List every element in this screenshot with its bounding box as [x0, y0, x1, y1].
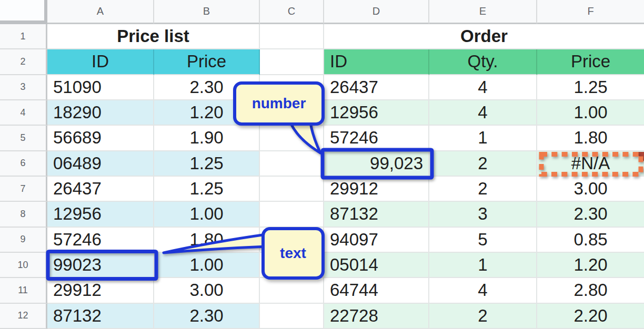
cell-E5[interactable]: 1: [429, 126, 537, 151]
cell-A8[interactable]: 12956: [47, 202, 154, 227]
cell-C5[interactable]: [260, 126, 324, 151]
select-all-corner[interactable]: [0, 0, 47, 24]
cell-D7[interactable]: 29912: [324, 177, 429, 202]
cell-F11[interactable]: 2.80: [537, 278, 644, 303]
cell-B10[interactable]: 1.00: [154, 253, 260, 278]
cell-D4[interactable]: 12956: [324, 100, 429, 126]
cell-E6[interactable]: 2: [429, 151, 537, 177]
cell-F10[interactable]: 1.20: [537, 253, 644, 278]
cell-A5[interactable]: 56689: [47, 126, 154, 151]
row-header-6[interactable]: 6: [0, 151, 47, 177]
spreadsheet-grid: ABCDEF1Price listOrder2IDPriceIDQty.Pric…: [0, 0, 644, 329]
cell-D10[interactable]: 05014: [324, 253, 429, 278]
cell-F2[interactable]: Price: [537, 49, 644, 75]
spreadsheet-app: ABCDEF1Price listOrder2IDPriceIDQty.Pric…: [0, 0, 644, 329]
row-header-4[interactable]: 4: [0, 100, 47, 126]
cell-E4[interactable]: 4: [429, 100, 537, 126]
cell-F12[interactable]: 2.20: [537, 304, 644, 329]
cell-C6[interactable]: [260, 151, 324, 177]
cell-C8[interactable]: [260, 202, 324, 227]
cell-B7[interactable]: 1.25: [154, 177, 260, 202]
cell-D6[interactable]: 99,023: [324, 151, 429, 177]
cell-E11[interactable]: 4: [429, 278, 537, 303]
column-header-F[interactable]: F: [537, 0, 644, 24]
cell-E12[interactable]: 2: [429, 304, 537, 329]
cell-F4[interactable]: 1.00: [537, 100, 644, 126]
row-header-8[interactable]: 8: [0, 202, 47, 227]
text-callout-label: text: [280, 245, 306, 262]
cell-E9[interactable]: 5: [429, 228, 537, 253]
cell-D9[interactable]: 94097: [324, 228, 429, 253]
cell-F9[interactable]: 0.85: [537, 228, 644, 253]
row-header-9[interactable]: 9: [0, 228, 47, 253]
cell-A2[interactable]: ID: [47, 49, 154, 75]
column-header-E[interactable]: E: [429, 0, 537, 24]
cell-E7[interactable]: 2: [429, 177, 537, 202]
cell-C11[interactable]: [260, 278, 324, 303]
column-header-D[interactable]: D: [324, 0, 429, 24]
cell-C2[interactable]: [260, 49, 324, 75]
cell-A10[interactable]: 99023: [47, 253, 154, 278]
cell-E2[interactable]: Qty.: [429, 49, 537, 75]
cell-A9[interactable]: 57246: [47, 228, 154, 253]
cell-A3[interactable]: 51090: [47, 75, 154, 100]
cell-D3[interactable]: 26437: [324, 75, 429, 100]
row-header-7[interactable]: 7: [0, 177, 47, 202]
row-header-10[interactable]: 10: [0, 253, 47, 278]
column-header-B[interactable]: B: [154, 0, 260, 24]
order-title-cell[interactable]: Order: [324, 24, 644, 49]
cell-F6[interactable]: #N/A: [537, 151, 644, 177]
row-header-11[interactable]: 11: [0, 278, 47, 303]
cell-F5[interactable]: 1.80: [537, 126, 644, 151]
cell-C1[interactable]: [260, 24, 324, 49]
cell-D2[interactable]: ID: [324, 49, 429, 75]
price-list-title-cell[interactable]: Price list: [47, 24, 260, 49]
row-header-1[interactable]: 1: [0, 24, 47, 49]
cell-E10[interactable]: 1: [429, 253, 537, 278]
row-header-3[interactable]: 3: [0, 75, 47, 100]
column-header-C[interactable]: C: [260, 0, 324, 24]
cell-D11[interactable]: 64744: [324, 278, 429, 303]
cell-B11[interactable]: 3.00: [154, 278, 260, 303]
number-callout: number: [233, 81, 325, 126]
cell-A7[interactable]: 26437: [47, 177, 154, 202]
cell-D8[interactable]: 87132: [324, 202, 429, 227]
cell-E8[interactable]: 3: [429, 202, 537, 227]
row-header-5[interactable]: 5: [0, 126, 47, 151]
cell-D12[interactable]: 22728: [324, 304, 429, 329]
number-callout-label: number: [252, 95, 306, 112]
row-header-12[interactable]: 12: [0, 304, 47, 329]
text-callout: text: [261, 227, 325, 280]
cell-A11[interactable]: 29912: [47, 278, 154, 303]
cell-B2[interactable]: Price: [154, 49, 260, 75]
cell-A4[interactable]: 18290: [47, 100, 154, 126]
cell-B8[interactable]: 1.00: [154, 202, 260, 227]
row-header-2[interactable]: 2: [0, 49, 47, 75]
cell-A6[interactable]: 06489: [47, 151, 154, 177]
cell-C7[interactable]: [260, 177, 324, 202]
cell-A12[interactable]: 87132: [47, 304, 154, 329]
cell-E3[interactable]: 4: [429, 75, 537, 100]
cell-C12[interactable]: [260, 304, 324, 329]
column-header-A[interactable]: A: [47, 0, 154, 24]
cell-B5[interactable]: 1.90: [154, 126, 260, 151]
cell-F7[interactable]: 3.00: [537, 177, 644, 202]
cell-B9[interactable]: 1.80: [154, 228, 260, 253]
cell-F3[interactable]: 1.25: [537, 75, 644, 100]
cell-B12[interactable]: 2.30: [154, 304, 260, 329]
cell-F8[interactable]: 2.30: [537, 202, 644, 227]
cell-D5[interactable]: 57246: [324, 126, 429, 151]
cell-B6[interactable]: 1.25: [154, 151, 260, 177]
